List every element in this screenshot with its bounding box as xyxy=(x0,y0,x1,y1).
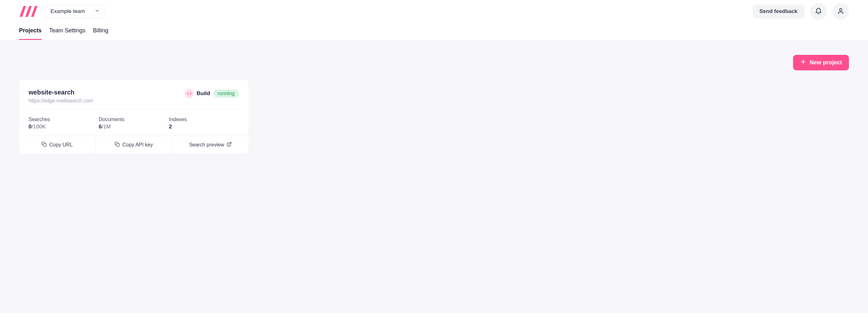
new-project-button[interactable]: New project xyxy=(793,55,849,70)
divider xyxy=(29,109,239,110)
copy-api-key-label: Copy API key xyxy=(122,142,153,148)
search-preview-button[interactable]: Search preview xyxy=(172,136,249,154)
stat-documents-label: Documents xyxy=(99,117,169,122)
bell-icon xyxy=(815,8,822,15)
send-feedback-button[interactable]: Send feedback xyxy=(752,4,805,19)
search-preview-label: Search preview xyxy=(189,142,224,148)
team-selector[interactable]: Example team xyxy=(44,5,106,19)
stat-searches-label: Searches xyxy=(29,117,99,122)
svg-rect-3 xyxy=(43,144,46,146)
new-project-label: New project xyxy=(810,59,842,66)
stat-documents-value: 6/1M xyxy=(99,124,169,130)
stat-indexes-label: Indexes xyxy=(169,117,239,122)
tab-billing[interactable]: Billing xyxy=(93,27,108,40)
tab-team-settings[interactable]: Team Settings xyxy=(49,27,85,40)
copy-url-button[interactable]: Copy URL xyxy=(19,136,95,154)
plan-label: Build xyxy=(196,90,210,97)
svg-rect-4 xyxy=(117,144,119,146)
stat-indexes-value: 2 xyxy=(169,124,239,130)
plan-badge: Build xyxy=(184,89,210,98)
copy-url-label: Copy URL xyxy=(49,142,73,148)
stat-searches-value: 0/100K xyxy=(29,124,99,130)
user-icon xyxy=(837,8,844,15)
chevron-down-icon xyxy=(95,8,100,15)
svg-line-5 xyxy=(229,142,231,145)
status-badge: running xyxy=(213,90,239,98)
logo xyxy=(19,4,37,19)
project-name: website-search xyxy=(29,89,93,96)
code-icon xyxy=(184,89,194,98)
project-url: https://edge.meilisearch.com xyxy=(29,98,93,104)
team-name: Example team xyxy=(51,8,85,14)
external-link-icon xyxy=(227,142,232,148)
account-button[interactable] xyxy=(832,3,849,20)
copy-icon xyxy=(115,142,120,148)
svg-point-0 xyxy=(839,8,842,10)
copy-icon xyxy=(41,142,47,148)
plus-icon xyxy=(800,59,806,67)
tab-projects[interactable]: Projects xyxy=(19,27,41,40)
notifications-button[interactable] xyxy=(810,3,827,20)
copy-api-key-button[interactable]: Copy API key xyxy=(95,136,172,154)
project-card[interactable]: website-search https://edge.meilisearch.… xyxy=(19,80,249,154)
